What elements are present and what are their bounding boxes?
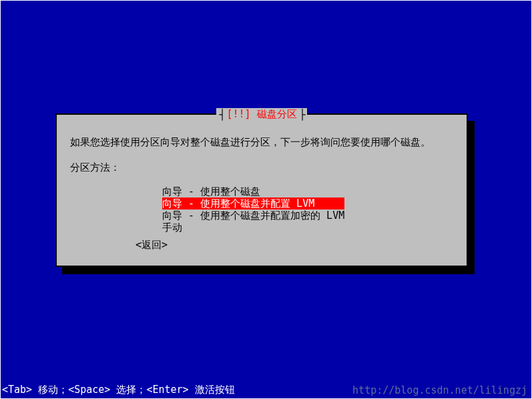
- method-label: 分区方法：: [70, 161, 120, 174]
- dialog-title-area: ┤ [!!] 磁盘分区 ├: [57, 108, 467, 121]
- title-divider-left: ┤: [219, 109, 224, 121]
- watermark: http://blog.csdn.net/lilingzj: [352, 384, 527, 396]
- option-manual[interactable]: 手动: [162, 222, 344, 234]
- title-divider-right: ├: [300, 109, 304, 121]
- dialog-title: [!!] 磁盘分区: [224, 108, 299, 121]
- keyboard-hint: <Tab> 移动；<Space> 选择；<Enter> 激活按钮: [2, 384, 235, 396]
- instruction-text: 如果您选择使用分区向导对整个磁盘进行分区，下一步将询问您要使用哪个磁盘。: [70, 136, 431, 149]
- partition-dialog: ┤ [!!] 磁盘分区 ├ 如果您选择使用分区向导对整个磁盘进行分区，下一步将询…: [55, 113, 468, 267]
- option-guided-whole-disk[interactable]: 向导 - 使用整个磁盘: [162, 185, 344, 197]
- option-guided-lvm[interactable]: 向导 - 使用整个磁盘并配置 LVM: [162, 197, 344, 210]
- back-button[interactable]: <返回>: [136, 239, 168, 252]
- installer-screen: ┤ [!!] 磁盘分区 ├ 如果您选择使用分区向导对整个磁盘进行分区，下一步将询…: [1, 1, 531, 398]
- options-list: 向导 - 使用整个磁盘 向导 - 使用整个磁盘并配置 LVM 向导 - 使用整个…: [162, 185, 344, 234]
- option-guided-encrypted-lvm[interactable]: 向导 - 使用整个磁盘并配置加密的 LVM: [162, 210, 344, 222]
